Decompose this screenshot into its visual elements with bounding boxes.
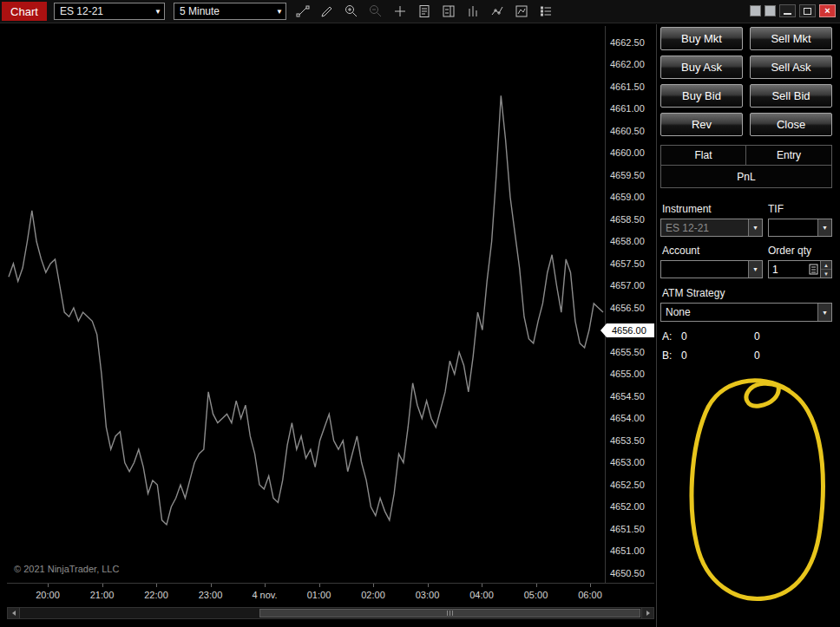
- minimize-icon: [784, 13, 791, 15]
- reverse-button[interactable]: Rev: [660, 113, 743, 136]
- pnl-cell: PnL: [660, 165, 832, 188]
- sell-ask-button[interactable]: Sell Ask: [750, 56, 832, 79]
- price-axis-label: 4651.00: [610, 545, 645, 557]
- draw-tool-button[interactable]: [316, 2, 338, 21]
- chart-trader-button[interactable]: [437, 2, 460, 21]
- time-axis-label: 04:00: [469, 590, 494, 600]
- trendline-tool-button[interactable]: [292, 2, 314, 21]
- scroll-right-button[interactable]: [641, 608, 653, 618]
- time-axis-label: 23:00: [199, 590, 223, 600]
- horizontal-scrollbar[interactable]: [7, 607, 654, 619]
- price-axis-label: 4654.50: [610, 391, 645, 402]
- indicator-button[interactable]: [510, 2, 533, 21]
- price-axis-label: 4660.00: [610, 147, 645, 159]
- stat-b-total: 0: [754, 349, 760, 362]
- price-series-line: [9, 95, 603, 525]
- toolbar: Chart ES 12-21 ▼ 5 Minute ▼: [0, 0, 840, 23]
- price-axis[interactable]: 4656.00 4662.504662.004661.504661.004660…: [605, 26, 654, 583]
- account-combo[interactable]: ▼: [660, 260, 763, 278]
- crosshair-icon: [392, 3, 408, 19]
- time-axis-label: 03:00: [416, 590, 440, 600]
- chart-tab[interactable]: Chart: [2, 2, 47, 21]
- time-axis-tick: [428, 584, 429, 587]
- time-axis-tick: [265, 584, 266, 587]
- report-button[interactable]: [413, 2, 436, 21]
- price-axis-label: 4652.50: [610, 480, 645, 491]
- properties-button[interactable]: [535, 2, 557, 21]
- zoom-out-button[interactable]: [364, 2, 387, 21]
- chevron-down-icon: ▼: [817, 304, 831, 321]
- price-axis-label: 4655.50: [610, 347, 645, 358]
- instrument-combo[interactable]: ES 12-21 ▼: [660, 219, 763, 237]
- scroll-left-button[interactable]: [8, 608, 20, 618]
- chart-trader-icon: [441, 3, 456, 19]
- price-axis-label: 4654.00: [610, 413, 645, 424]
- calculator-icon[interactable]: [807, 261, 820, 278]
- zoom-in-icon: [344, 3, 359, 19]
- account-label: Account: [662, 245, 699, 257]
- time-axis-tick: [211, 584, 212, 587]
- order-qty-input[interactable]: [769, 261, 807, 278]
- time-axis-label: 22:00: [144, 590, 168, 600]
- line-type-button[interactable]: [486, 2, 509, 21]
- price-axis-label: 4661.00: [610, 103, 645, 114]
- time-axis-tick: [102, 584, 103, 587]
- instrument-link-icon[interactable]: [750, 5, 761, 16]
- time-axis[interactable]: 20:0021:0022:0023:004 nov.01:0002:0003:0…: [7, 583, 654, 605]
- chart-plot[interactable]: © 2021 NinjaTrader, LLC: [7, 26, 605, 583]
- bar-type-icon: [465, 3, 481, 19]
- sell-mkt-button[interactable]: Sell Mkt: [750, 27, 832, 50]
- price-axis-label: 4650.50: [610, 568, 645, 579]
- time-axis-tick: [482, 584, 482, 587]
- chevron-down-icon: ▼: [149, 8, 161, 16]
- price-axis-label: 4658.50: [610, 214, 645, 225]
- price-axis-label: 4662.00: [610, 59, 645, 70]
- crosshair-button[interactable]: [389, 2, 411, 21]
- price-axis-label: 4662.50: [610, 37, 645, 49]
- time-axis-label: 4 nov.: [252, 590, 277, 600]
- price-axis-label: 4661.50: [610, 82, 645, 93]
- time-axis-label: 06:00: [578, 590, 602, 600]
- maximize-button[interactable]: [799, 4, 816, 17]
- zoom-in-button[interactable]: [340, 2, 363, 21]
- order-qty-stepper[interactable]: ▲ ▼: [768, 260, 832, 278]
- scrollbar-handle[interactable]: [259, 609, 640, 617]
- interval-selector[interactable]: 5 Minute ▼: [174, 3, 286, 20]
- draw-pencil-icon: [319, 3, 335, 19]
- zoom-out-icon: [368, 3, 384, 19]
- tif-label: TIF: [768, 203, 784, 215]
- sell-bid-button[interactable]: Sell Bid: [750, 84, 832, 108]
- time-axis-label: 02:00: [361, 590, 385, 600]
- hand-drawn-circle-annotation: [657, 362, 840, 627]
- buy-mkt-button[interactable]: Buy Mkt: [660, 27, 743, 50]
- buy-ask-button[interactable]: Buy Ask: [660, 56, 743, 79]
- price-axis-label: 4651.50: [610, 524, 645, 535]
- qty-spinner[interactable]: ▲ ▼: [820, 261, 831, 278]
- close-button[interactable]: ×: [819, 4, 836, 17]
- scroll-right-icon: [646, 611, 650, 616]
- time-axis-label: 01:00: [307, 590, 331, 600]
- interval-selector-value: 5 Minute: [180, 5, 220, 17]
- time-axis-tick: [590, 584, 591, 587]
- stat-a-total: 0: [754, 330, 760, 343]
- instrument-combo-value: ES 12-21: [666, 222, 709, 234]
- chevron-down-icon: ▼: [271, 8, 283, 16]
- atm-strategy-label: ATM Strategy: [662, 287, 725, 299]
- price-axis-label: 4660.50: [610, 126, 645, 137]
- trendline-icon: [295, 3, 311, 19]
- chevron-down-icon: ▼: [748, 261, 762, 278]
- spin-up-icon[interactable]: ▲: [821, 261, 831, 269]
- interval-link-icon[interactable]: [765, 5, 776, 16]
- tif-combo[interactable]: ▼: [768, 219, 832, 237]
- instrument-selector[interactable]: ES 12-21 ▼: [54, 3, 165, 20]
- time-axis-tick: [48, 584, 49, 587]
- copyright-text: © 2021 NinjaTrader, LLC: [14, 564, 119, 574]
- price-axis-label: 4659.00: [610, 192, 645, 203]
- minimize-button[interactable]: [779, 4, 796, 17]
- ninjatrader-chart-window: Chart ES 12-21 ▼ 5 Minute ▼: [0, 0, 840, 627]
- spin-down-icon[interactable]: ▼: [821, 269, 831, 278]
- bar-type-button[interactable]: [462, 2, 484, 21]
- close-position-button[interactable]: Close: [750, 113, 832, 136]
- buy-bid-button[interactable]: Buy Bid: [660, 84, 743, 108]
- atm-strategy-combo[interactable]: None ▼: [660, 303, 832, 322]
